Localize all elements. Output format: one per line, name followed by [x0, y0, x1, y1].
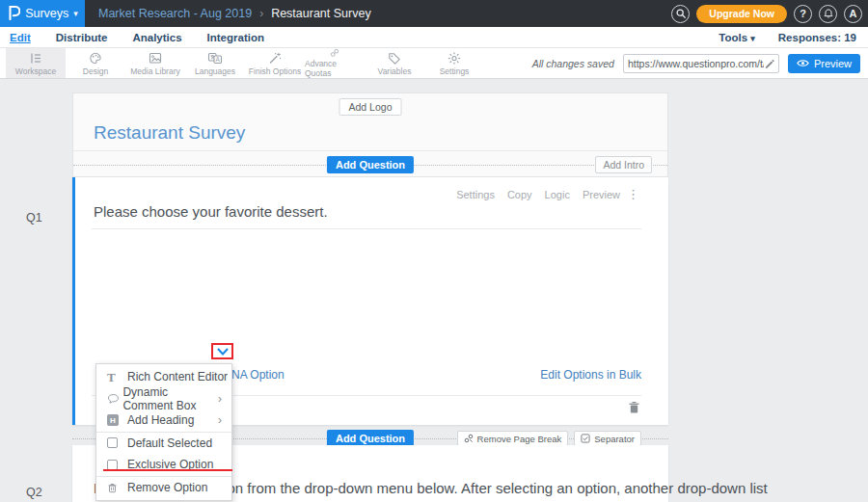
breadcrumb-separator-icon: › [259, 7, 263, 20]
intro-strip: Add Question Add Intro [73, 150, 667, 177]
question-text-q1[interactable]: Please choose your favorite dessert. [94, 203, 328, 220]
survey-title[interactable]: Restaurant Survey [94, 122, 245, 144]
add-logo-button[interactable]: Add Logo [339, 98, 402, 116]
divider [92, 228, 641, 229]
remove-page-break-button[interactable]: Remove Page Break [457, 431, 569, 446]
survey-nav: Edit Distribute Analytics Integration To… [0, 27, 868, 48]
tools-menu[interactable]: Tools ▾ [719, 32, 755, 43]
question-settings-link[interactable]: Settings [456, 189, 495, 200]
svg-text:A: A [216, 55, 221, 62]
add-intro-button[interactable]: Add Intro [595, 156, 652, 173]
option-menu-chevron-down-icon[interactable] [216, 347, 230, 357]
toolbar-item-media-library[interactable]: Media Library [125, 48, 185, 78]
option-context-menu: T Rich Content Editor Dynamic Comment Bo… [95, 363, 232, 501]
questionpro-logo-icon [7, 5, 20, 22]
rich-text-icon: T [107, 371, 116, 383]
search-button[interactable] [671, 5, 690, 23]
kebab-menu-icon[interactable]: ⋮ [627, 187, 639, 201]
save-status: All changes saved [532, 58, 614, 69]
toolbar-item-workspace[interactable]: Workspace [6, 48, 66, 78]
toolbar-item-settings[interactable]: Settings [424, 48, 484, 78]
top-bar: Surveys ▾ Market Research - Aug 2019 › R… [0, 0, 868, 27]
search-icon [675, 8, 687, 19]
toolbar-item-languages[interactable]: A Languages [185, 48, 245, 78]
chevron-down-icon: ▾ [750, 34, 755, 43]
question-logic-link[interactable]: Logic [545, 189, 570, 200]
notifications-button[interactable] [819, 5, 837, 23]
preview-button[interactable]: Preview [788, 54, 860, 73]
delete-question-trash-icon[interactable] [628, 401, 640, 418]
survey-url-field[interactable] [623, 54, 779, 73]
breadcrumb: Market Research - Aug 2019 › Restaurant … [98, 7, 371, 20]
heading-icon: H [107, 414, 119, 426]
avatar[interactable]: A [844, 5, 862, 23]
toolbar-item-design[interactable]: Design [66, 48, 125, 78]
editor-toolbar: Workspace Design Media Library A Languag… [0, 48, 868, 79]
tab-analytics[interactable]: Analytics [132, 32, 181, 43]
separator-button[interactable]: Separator [574, 431, 641, 446]
help-button[interactable]: ? [794, 5, 812, 23]
gear-icon [447, 51, 462, 66]
eye-icon [797, 59, 809, 67]
breadcrumb-parent[interactable]: Market Research - Aug 2019 [98, 7, 252, 20]
na-option-link[interactable]: NA Option [231, 368, 285, 382]
workspace-icon [28, 51, 43, 66]
submenu-arrow-icon: › [218, 413, 231, 427]
checked-box-icon [581, 434, 590, 443]
broken-link-icon [464, 434, 474, 443]
checkbox-icon [107, 437, 118, 448]
topbar-actions: Upgrade Now ? A [671, 5, 868, 23]
media-library-icon [148, 51, 163, 66]
edit-options-in-bulk-link[interactable]: Edit Options in Bulk [540, 368, 641, 382]
tab-integration[interactable]: Integration [207, 32, 264, 43]
question-number-q1: Q1 [26, 211, 42, 225]
tab-edit[interactable]: Edit [10, 32, 31, 43]
question-number-q2: Q2 [26, 486, 42, 499]
toolbar-item-finish-options[interactable]: Finish Options [245, 48, 305, 78]
responses-link[interactable]: Responses: 19 [778, 32, 856, 43]
tab-distribute[interactable]: Distribute [56, 32, 108, 43]
breadcrumb-current: Restaurant Survey [271, 7, 371, 20]
annotation-red-box [211, 343, 233, 359]
question-copy-link[interactable]: Copy [507, 189, 532, 200]
magic-wand-icon [267, 51, 283, 66]
toolbar-item-advance-quotas[interactable]: Advance Quotas [305, 48, 365, 78]
menu-item-exclusive-option[interactable]: Exclusive Option [96, 454, 231, 476]
question-actions: Settings Copy Logic Preview [456, 189, 620, 200]
chain-links-icon [327, 48, 342, 58]
menu-item-remove-option[interactable]: Remove Option [96, 477, 231, 499]
surveys-menu[interactable]: Surveys ▾ [0, 0, 85, 27]
add-question-button-top[interactable]: Add Question [327, 156, 414, 173]
survey-url-input[interactable] [628, 58, 764, 69]
menu-item-dynamic-comment-box[interactable]: Dynamic Comment Box › [96, 388, 231, 410]
surveys-menu-label: Surveys [25, 7, 68, 20]
menu-item-add-heading[interactable]: H Add Heading › [96, 410, 231, 432]
design-palette-icon [88, 51, 103, 66]
question-preview-link[interactable]: Preview [583, 189, 620, 200]
survey-header-card: Add Logo Restaurant Survey Add Question … [72, 92, 668, 177]
comment-bubble-icon [107, 393, 120, 405]
edit-pencil-icon[interactable] [764, 58, 774, 68]
bell-icon [823, 8, 834, 19]
annotation-red-underline [103, 469, 232, 471]
submenu-arrow-icon: › [218, 392, 231, 406]
menu-item-default-selected[interactable]: Default Selected [96, 433, 231, 455]
trash-icon [107, 482, 118, 493]
upgrade-now-button[interactable]: Upgrade Now [696, 5, 787, 23]
languages-icon: A [207, 51, 223, 66]
chevron-down-icon: ▾ [73, 9, 78, 18]
toolbar-item-variables[interactable]: Variables [365, 48, 424, 78]
tag-icon [387, 51, 402, 66]
